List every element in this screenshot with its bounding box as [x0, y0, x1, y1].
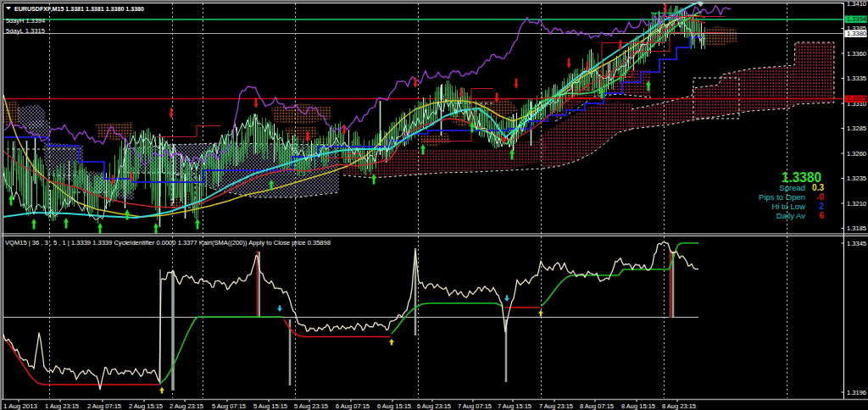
svg-text:1.3285: 1.3285	[847, 125, 866, 132]
svg-text:5 Aug 07:15: 5 Aug 07:15	[212, 402, 246, 410]
svg-text:1.3345: 1.3345	[847, 240, 866, 247]
svg-text:5dayL 1.3315: 5dayL 1.3315	[6, 27, 45, 35]
svg-text:1.3315: 1.3315	[847, 95, 866, 102]
svg-text:1.3360: 1.3360	[847, 50, 866, 58]
svg-text:2 Aug 15:15: 2 Aug 15:15	[129, 402, 163, 410]
svg-text:6 Aug 15:15: 6 Aug 15:15	[377, 402, 411, 410]
svg-text:1.3335: 1.3335	[847, 75, 866, 82]
svg-text:Daily Av: Daily Av	[776, 211, 805, 220]
svg-text:1.3210: 1.3210	[847, 200, 866, 208]
svg-text:-0: -0	[816, 192, 824, 202]
svg-text:6 Aug 23:15: 6 Aug 23:15	[417, 402, 451, 410]
svg-text:Hi to Low: Hi to Low	[771, 202, 805, 211]
svg-text:1 Aug 23:15: 1 Aug 23:15	[45, 402, 79, 410]
svg-text:1.3185: 1.3185	[847, 224, 866, 232]
svg-text:7 Aug 15:15: 7 Aug 15:15	[498, 402, 531, 410]
svg-text:6 Aug 07:15: 6 Aug 07:15	[336, 402, 370, 410]
svg-text:2 Aug 07:15: 2 Aug 07:15	[87, 402, 121, 410]
svg-text:Pips to Open: Pips to Open	[759, 192, 805, 202]
svg-text:8 Aug 15:15: 8 Aug 15:15	[621, 402, 655, 410]
svg-text:0.3: 0.3	[812, 183, 824, 192]
svg-text:1 Aug 2013: 1 Aug 2013	[3, 402, 37, 410]
svg-text:8 Aug 23:15: 8 Aug 23:15	[662, 402, 696, 410]
svg-text:1.3260: 1.3260	[847, 150, 866, 158]
svg-text:1.3196: 1.3196	[847, 389, 866, 396]
svg-text:Spread: Spread	[779, 183, 805, 192]
svg-text:5dayH 1.3394: 5dayH 1.3394	[6, 17, 45, 25]
svg-text:2: 2	[819, 202, 824, 211]
svg-text:7 Aug 23:15: 7 Aug 23:15	[539, 402, 573, 410]
svg-text:5 Aug 23:15: 5 Aug 23:15	[294, 402, 328, 410]
svg-text:2 Aug 23:15: 2 Aug 23:15	[170, 402, 203, 410]
svg-text:VQM15 | 36 , 3 , 5 , 1 | 1: VQM15 | 36 , 3 , 5 , 1 | 1.3339 1.3339 C…	[5, 239, 331, 247]
svg-text:1.3380: 1.3380	[847, 30, 866, 37]
svg-text:6: 6	[819, 211, 824, 220]
svg-text:8 Aug 07:15: 8 Aug 07:15	[580, 402, 614, 410]
svg-text:1.3410: 1.3410	[847, 0, 866, 8]
svg-text:1.3235: 1.3235	[847, 175, 866, 182]
svg-text:7 Aug 07:15: 7 Aug 07:15	[458, 402, 492, 410]
svg-text:5 Aug 15:15: 5 Aug 15:15	[253, 402, 287, 410]
svg-text:EURUSDFXF,M15 1.3381 1.3381 1: EURUSDFXF,M15 1.3381 1.3381 1.3380 1.338…	[14, 5, 144, 13]
svg-text:1.3394: 1.3394	[847, 15, 866, 23]
